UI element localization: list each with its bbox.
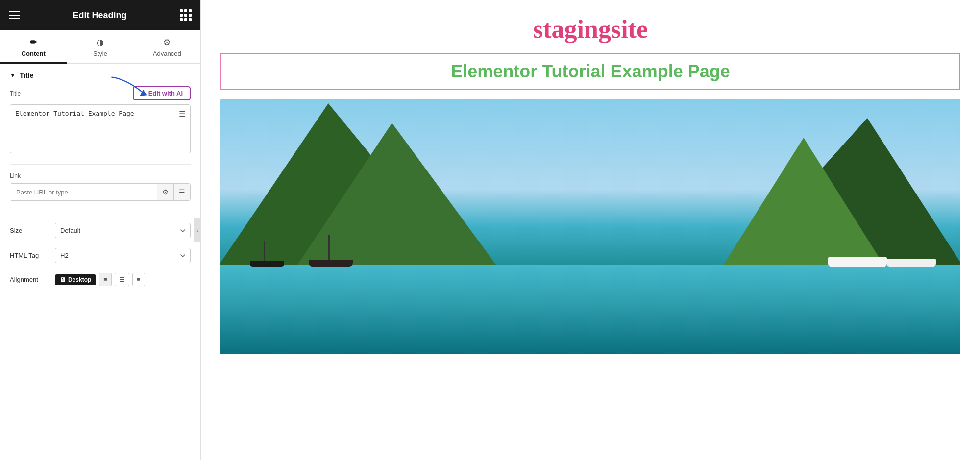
tab-advanced-label: Advanced (153, 50, 181, 57)
dynamic-icon: ☰ (179, 188, 185, 196)
device-selector[interactable]: 🖥 Desktop (55, 274, 96, 285)
title-field-label-row: Title ✦ Edit with AI (10, 86, 191, 100)
title-field-group: Title ✦ Edit with AI Elementor Tutorial … (0, 86, 200, 164)
html-tag-label: HTML Tag (10, 252, 49, 259)
tab-style-label: Style (93, 50, 107, 57)
size-select[interactable]: Default Small Medium Large XL XXL (55, 223, 191, 238)
title-section-header[interactable]: ▼ Title (0, 64, 200, 84)
html-tag-select[interactable]: H1 H2 H3 H4 H5 H6 div span p (55, 248, 191, 263)
heading-section[interactable]: Elementor Tutorial Example Page (220, 53, 960, 90)
gear-icon: ⚙ (163, 37, 171, 48)
heading-text: Elementor Tutorial Example Page (233, 61, 948, 82)
link-label-text: Link (10, 172, 21, 179)
canvas-area: stagingsite Elementor Tutorial Example P… (201, 0, 980, 460)
panel-tabs: ✏ Content ◑ Style ⚙ Advanced (0, 30, 200, 64)
panel-title: Edit Heading (73, 10, 126, 21)
align-left-button[interactable]: ≡ (99, 273, 112, 286)
link-input-wrap: ⚙ ☰ (10, 183, 191, 201)
panel-body: ▼ Title Title ✦ Edit with AI Elementor T… (0, 64, 200, 460)
html-tag-row: HTML Tag H1 H2 H3 H4 H5 H6 div span p (0, 243, 200, 268)
title-label-text: Title (10, 90, 21, 97)
mountain-center-right (720, 138, 887, 270)
mountain-center-left (294, 123, 500, 270)
panel-collapse-handle[interactable]: ‹ (194, 218, 201, 242)
link-field-label: Link (10, 172, 191, 179)
collapse-arrow-icon: ▼ (10, 72, 16, 79)
title-section-label: Title (20, 72, 34, 79)
link-input[interactable] (10, 184, 157, 200)
size-row: Size Default Small Medium Large XL XXL (0, 218, 200, 243)
align-right-button[interactable]: ≡ (132, 273, 145, 286)
title-textarea-wrap: Elementor Tutorial Example Page ☰ (10, 104, 191, 155)
align-left-icon: ≡ (103, 276, 107, 283)
align-center-icon: ☰ (119, 276, 125, 283)
monitor-icon: 🖥 (60, 276, 66, 283)
dynamic-data-icon[interactable]: ☰ (179, 109, 186, 119)
device-label: Desktop (68, 276, 91, 283)
link-field-group: Link ⚙ ☰ (0, 172, 200, 210)
alignment-controls: 🖥 Desktop ≡ ☰ ≡ (55, 273, 145, 286)
water (220, 265, 960, 354)
circle-half-icon: ◑ (97, 37, 104, 48)
apps-grid-icon[interactable] (180, 9, 192, 21)
left-panel: Edit Heading ✏ Content ◑ Style ⚙ Advance… (0, 0, 201, 460)
alignment-row: Alignment 🖥 Desktop ≡ ☰ ≡ (0, 268, 200, 291)
divider-1 (10, 164, 191, 165)
collapse-chevron-icon: ‹ (196, 227, 198, 233)
blue-arrow-icon (107, 73, 161, 104)
canvas-image (220, 99, 960, 354)
panel-header: Edit Heading (0, 0, 200, 30)
tab-advanced[interactable]: ⚙ Advanced (134, 30, 200, 64)
boat-1 (250, 261, 284, 267)
size-label: Size (10, 227, 49, 234)
hamburger-menu-icon[interactable] (9, 11, 20, 19)
tab-style[interactable]: ◑ Style (67, 30, 133, 64)
right-panel: ‹ stagingsite Elementor Tutorial Example… (201, 0, 980, 460)
tab-content-label: Content (22, 50, 46, 57)
boat-4 (887, 259, 936, 267)
align-center-button[interactable]: ☰ (115, 273, 129, 286)
boat-3 (828, 257, 887, 267)
boat-2 (309, 260, 353, 267)
link-dynamic-button[interactable]: ☰ (173, 184, 190, 200)
ocean-scene (220, 99, 960, 354)
settings-icon: ⚙ (162, 188, 169, 196)
tab-content[interactable]: ✏ Content (0, 30, 67, 64)
alignment-label: Alignment (10, 276, 49, 283)
site-title: stagingsite (220, 15, 960, 44)
pencil-icon: ✏ (30, 37, 37, 48)
align-right-icon: ≡ (137, 276, 141, 283)
divider-2 (10, 210, 191, 210)
title-textarea[interactable]: Elementor Tutorial Example Page (10, 104, 191, 153)
link-settings-button[interactable]: ⚙ (157, 184, 173, 200)
